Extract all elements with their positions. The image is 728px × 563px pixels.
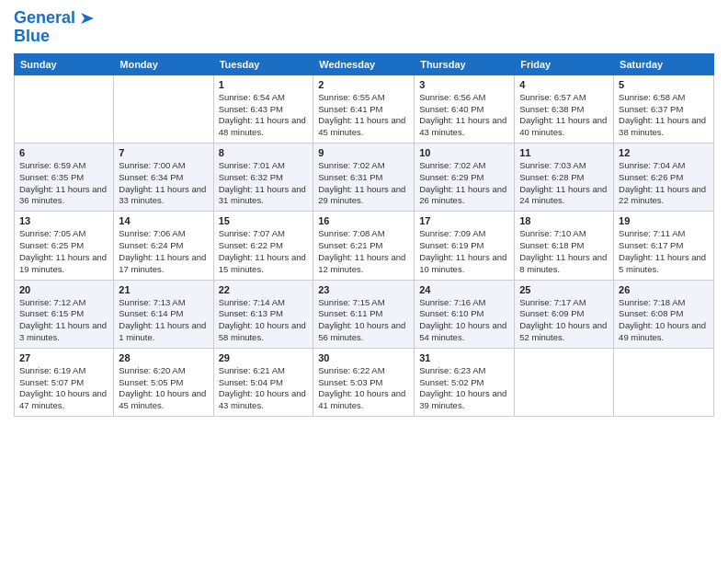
calendar-cell: 21Sunrise: 7:13 AM Sunset: 6:14 PM Dayli… <box>114 280 213 348</box>
calendar-cell: 24Sunrise: 7:16 AM Sunset: 6:10 PM Dayli… <box>415 280 515 348</box>
day-info: Sunrise: 7:11 AM Sunset: 6:17 PM Dayligh… <box>619 228 709 275</box>
day-number: 21 <box>119 284 208 295</box>
day-info: Sunrise: 6:56 AM Sunset: 6:40 PM Dayligh… <box>419 92 509 139</box>
weekday-header-friday: Friday <box>515 53 614 75</box>
day-info: Sunrise: 7:13 AM Sunset: 6:14 PM Dayligh… <box>119 297 208 344</box>
calendar-cell: 10Sunrise: 7:02 AM Sunset: 6:29 PM Dayli… <box>415 144 515 212</box>
day-info: Sunrise: 7:02 AM Sunset: 6:31 PM Dayligh… <box>318 160 409 207</box>
day-number: 7 <box>119 147 208 158</box>
day-number: 1 <box>219 79 309 90</box>
day-info: Sunrise: 6:21 AM Sunset: 5:04 PM Dayligh… <box>219 365 309 412</box>
calendar-cell: 30Sunrise: 6:22 AM Sunset: 5:03 PM Dayli… <box>313 348 415 416</box>
day-info: Sunrise: 7:08 AM Sunset: 6:21 PM Dayligh… <box>318 228 409 275</box>
svg-marker-0 <box>81 13 94 24</box>
weekday-header-tuesday: Tuesday <box>213 53 313 75</box>
day-info: Sunrise: 7:12 AM Sunset: 6:15 PM Dayligh… <box>19 297 108 344</box>
day-info: Sunrise: 6:54 AM Sunset: 6:43 PM Dayligh… <box>219 92 309 139</box>
day-info: Sunrise: 7:15 AM Sunset: 6:11 PM Dayligh… <box>318 297 409 344</box>
calendar-cell: 29Sunrise: 6:21 AM Sunset: 5:04 PM Dayli… <box>213 348 313 416</box>
day-number: 27 <box>19 352 108 363</box>
calendar-cell: 4Sunrise: 6:57 AM Sunset: 6:38 PM Daylig… <box>515 75 614 143</box>
day-number: 29 <box>219 352 309 363</box>
day-number: 22 <box>219 284 309 295</box>
calendar-cell <box>614 348 714 416</box>
day-info: Sunrise: 6:22 AM Sunset: 5:03 PM Dayligh… <box>318 365 409 412</box>
calendar-cell: 12Sunrise: 7:04 AM Sunset: 6:26 PM Dayli… <box>614 144 714 212</box>
day-info: Sunrise: 6:19 AM Sunset: 5:07 PM Dayligh… <box>19 365 108 412</box>
calendar-cell: 25Sunrise: 7:17 AM Sunset: 6:09 PM Dayli… <box>515 280 614 348</box>
day-info: Sunrise: 7:04 AM Sunset: 6:26 PM Dayligh… <box>619 160 709 207</box>
calendar-cell: 26Sunrise: 7:18 AM Sunset: 6:08 PM Dayli… <box>614 280 714 348</box>
logo-icon <box>77 9 96 28</box>
calendar-cell: 19Sunrise: 7:11 AM Sunset: 6:17 PM Dayli… <box>614 212 714 280</box>
calendar-cell: 17Sunrise: 7:09 AM Sunset: 6:19 PM Dayli… <box>415 212 515 280</box>
weekday-header-thursday: Thursday <box>415 53 515 75</box>
calendar-week-2: 6Sunrise: 6:59 AM Sunset: 6:35 PM Daylig… <box>15 144 714 212</box>
day-info: Sunrise: 7:10 AM Sunset: 6:18 PM Dayligh… <box>519 228 609 275</box>
day-number: 9 <box>318 147 409 158</box>
day-info: Sunrise: 6:59 AM Sunset: 6:35 PM Dayligh… <box>19 160 108 207</box>
calendar-cell: 1Sunrise: 6:54 AM Sunset: 6:43 PM Daylig… <box>213 75 313 143</box>
logo-general: General <box>14 8 75 27</box>
day-info: Sunrise: 7:16 AM Sunset: 6:10 PM Dayligh… <box>419 297 509 344</box>
calendar-cell: 31Sunrise: 6:23 AM Sunset: 5:02 PM Dayli… <box>415 348 515 416</box>
weekday-header-sunday: Sunday <box>15 53 114 75</box>
calendar-cell: 8Sunrise: 7:01 AM Sunset: 6:32 PM Daylig… <box>213 144 313 212</box>
day-number: 16 <box>318 215 409 226</box>
calendar-cell: 9Sunrise: 7:02 AM Sunset: 6:31 PM Daylig… <box>313 144 415 212</box>
header: General Blue <box>14 9 714 46</box>
day-info: Sunrise: 7:02 AM Sunset: 6:29 PM Dayligh… <box>419 160 509 207</box>
day-info: Sunrise: 7:14 AM Sunset: 6:13 PM Dayligh… <box>219 297 309 344</box>
day-info: Sunrise: 7:01 AM Sunset: 6:32 PM Dayligh… <box>219 160 309 207</box>
calendar-cell: 16Sunrise: 7:08 AM Sunset: 6:21 PM Dayli… <box>313 212 415 280</box>
day-number: 11 <box>519 147 609 158</box>
calendar-cell: 28Sunrise: 6:20 AM Sunset: 5:05 PM Dayli… <box>114 348 213 416</box>
day-number: 12 <box>619 147 709 158</box>
day-info: Sunrise: 7:00 AM Sunset: 6:34 PM Dayligh… <box>119 160 208 207</box>
calendar-cell: 22Sunrise: 7:14 AM Sunset: 6:13 PM Dayli… <box>213 280 313 348</box>
day-number: 25 <box>519 284 609 295</box>
day-number: 5 <box>619 79 709 90</box>
weekday-header-monday: Monday <box>114 53 213 75</box>
day-number: 23 <box>318 284 409 295</box>
calendar-week-5: 27Sunrise: 6:19 AM Sunset: 5:07 PM Dayli… <box>15 348 714 416</box>
calendar-cell: 7Sunrise: 7:00 AM Sunset: 6:34 PM Daylig… <box>114 144 213 212</box>
day-number: 13 <box>19 215 108 226</box>
day-number: 30 <box>318 352 409 363</box>
calendar-week-4: 20Sunrise: 7:12 AM Sunset: 6:15 PM Dayli… <box>15 280 714 348</box>
page: General Blue SundayMondayTuesdayWednesda… <box>0 0 728 563</box>
calendar-cell: 3Sunrise: 6:56 AM Sunset: 6:40 PM Daylig… <box>415 75 515 143</box>
day-info: Sunrise: 6:55 AM Sunset: 6:41 PM Dayligh… <box>318 92 409 139</box>
logo: General Blue <box>14 9 96 46</box>
calendar-cell: 27Sunrise: 6:19 AM Sunset: 5:07 PM Dayli… <box>15 348 114 416</box>
calendar-cell: 18Sunrise: 7:10 AM Sunset: 6:18 PM Dayli… <box>515 212 614 280</box>
day-info: Sunrise: 6:57 AM Sunset: 6:38 PM Dayligh… <box>519 92 609 139</box>
day-number: 24 <box>419 284 509 295</box>
day-info: Sunrise: 7:09 AM Sunset: 6:19 PM Dayligh… <box>419 228 509 275</box>
day-number: 28 <box>119 352 208 363</box>
day-info: Sunrise: 6:23 AM Sunset: 5:02 PM Dayligh… <box>419 365 509 412</box>
calendar-cell: 20Sunrise: 7:12 AM Sunset: 6:15 PM Dayli… <box>15 280 114 348</box>
day-number: 4 <box>519 79 609 90</box>
calendar-cell: 13Sunrise: 7:05 AM Sunset: 6:25 PM Dayli… <box>15 212 114 280</box>
day-number: 31 <box>419 352 509 363</box>
weekday-header-row: SundayMondayTuesdayWednesdayThursdayFrid… <box>15 53 714 75</box>
calendar-cell: 11Sunrise: 7:03 AM Sunset: 6:28 PM Dayli… <box>515 144 614 212</box>
calendar-cell: 15Sunrise: 7:07 AM Sunset: 6:22 PM Dayli… <box>213 212 313 280</box>
day-number: 14 <box>119 215 208 226</box>
calendar-cell: 14Sunrise: 7:06 AM Sunset: 6:24 PM Dayli… <box>114 212 213 280</box>
day-info: Sunrise: 6:58 AM Sunset: 6:37 PM Dayligh… <box>619 92 709 139</box>
calendar-week-3: 13Sunrise: 7:05 AM Sunset: 6:25 PM Dayli… <box>15 212 714 280</box>
day-info: Sunrise: 6:20 AM Sunset: 5:05 PM Dayligh… <box>119 365 208 412</box>
day-info: Sunrise: 7:07 AM Sunset: 6:22 PM Dayligh… <box>219 228 309 275</box>
calendar-table: SundayMondayTuesdayWednesdayThursdayFrid… <box>14 53 714 417</box>
day-info: Sunrise: 7:05 AM Sunset: 6:25 PM Dayligh… <box>19 228 108 275</box>
day-number: 20 <box>19 284 108 295</box>
day-info: Sunrise: 7:18 AM Sunset: 6:08 PM Dayligh… <box>619 297 709 344</box>
calendar-cell: 2Sunrise: 6:55 AM Sunset: 6:41 PM Daylig… <box>313 75 415 143</box>
day-number: 18 <box>519 215 609 226</box>
weekday-header-wednesday: Wednesday <box>313 53 415 75</box>
day-number: 2 <box>318 79 409 90</box>
weekday-header-saturday: Saturday <box>614 53 714 75</box>
logo-blue: Blue <box>14 28 50 46</box>
